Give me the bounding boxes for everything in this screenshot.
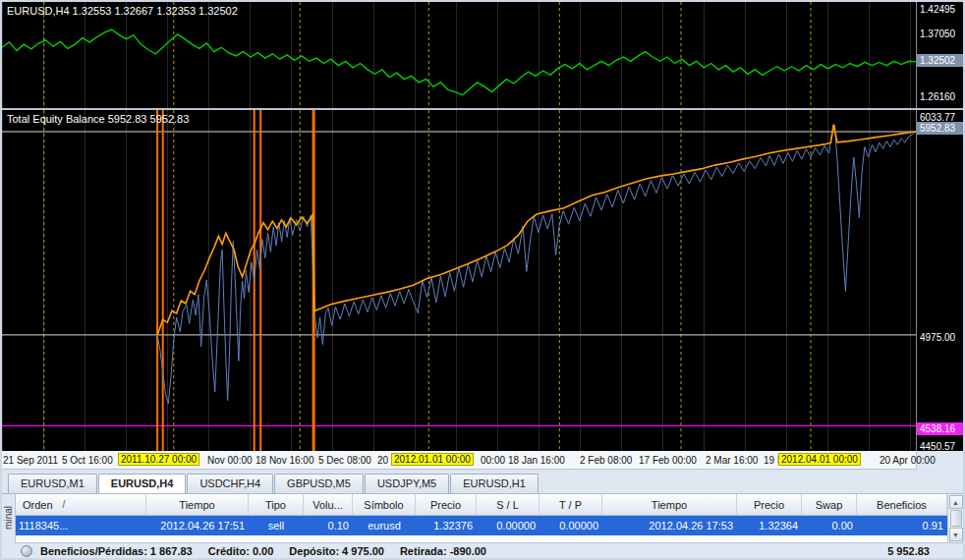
series-eurusd-close: [2, 29, 916, 95]
chart-tab-eurusd-m1[interactable]: EURUSD,M1: [8, 474, 97, 493]
column-header-7[interactable]: T / P: [539, 494, 602, 515]
time-axis-label: 2 Mar 16:00: [706, 455, 758, 466]
time-axis-label: 18 Nov 16:00: [255, 455, 314, 466]
status-segment: Beneficios/Pérdidas: 1 867.83: [40, 545, 193, 557]
order-cell-3: 0.10: [304, 516, 353, 535]
column-header-2[interactable]: Tipo: [249, 494, 304, 515]
status-segment: Depósito: 4 975.00: [289, 545, 384, 557]
chart-tab-eurusd-h1[interactable]: EURUSD,H1: [450, 474, 539, 493]
series-balance: [157, 125, 916, 335]
time-axis-label: 18 Jan 16:00: [508, 455, 565, 466]
time-axis-label: 21 Sep 2011: [3, 455, 58, 466]
mt4-window: EURUSD,H4 1.32553 1.32667 1.32353 1.3250…: [0, 0, 965, 560]
scroll-thumb[interactable]: [950, 510, 962, 527]
time-axis-label: 2011.10.27 00:00: [118, 453, 199, 466]
time-axis-label: 2 Feb 08:00: [580, 455, 632, 466]
column-header-3[interactable]: Volu...: [304, 494, 353, 515]
terminal-vertical-tab[interactable]: minal: [2, 494, 16, 558]
chart-tab-bar: EURUSD,M1EURUSD,H4USDCHF,H4GBPUSD,M5USDJ…: [2, 470, 963, 494]
time-axis-label: Nov 00:00: [207, 455, 253, 466]
price-scale-label: 1.26160: [917, 90, 963, 103]
status-segment: Crédito: 0.00: [208, 545, 274, 557]
orders-table-header: Orden/TiempoTipoVolu...SímboloPrecioS / …: [15, 494, 947, 516]
order-cell-6: 0.00000: [477, 516, 539, 535]
time-axis-label: 2012.04.01 00:00: [778, 453, 861, 466]
account-total: 5 952.83: [887, 545, 930, 557]
order-cell-9: 1.32364: [737, 516, 802, 535]
price-scale[interactable]: 1.424951.370501.325021.261606033.775952.…: [916, 2, 963, 451]
price-chart-title: EURUSD,H4 1.32553 1.32667 1.32353 1.3250…: [7, 5, 238, 17]
time-axis-label: 17 Feb 00:00: [639, 455, 697, 466]
time-axis-label: 5 Dec 08:00: [318, 455, 371, 466]
order-cell-5: 1.32376: [416, 516, 477, 535]
terminal-panel: minal Orden/TiempoTipoVolu...SímboloPrec…: [2, 494, 963, 558]
table-scrollbar[interactable]: ▲ ▼: [947, 494, 963, 542]
price-scale-label: 4975.00: [917, 331, 963, 344]
price-scale-label: 1.32502: [917, 54, 963, 67]
order-cell-1: 2012.04.26 17:51: [146, 516, 249, 535]
order-cell-2: sell: [249, 516, 304, 535]
scroll-down-icon[interactable]: ▼: [949, 528, 963, 541]
time-axis-label: 20 Apr 00:00: [880, 455, 936, 466]
order-cell-4: eurusd: [353, 516, 416, 535]
column-header-6[interactable]: S / L: [477, 494, 539, 515]
connection-status-icon: [21, 545, 32, 557]
column-header-9[interactable]: Precio: [737, 494, 802, 515]
status-segment: Retirada: -890.00: [400, 545, 486, 557]
pane-splitter[interactable]: [2, 108, 963, 110]
equity-chart-canvas[interactable]: [2, 110, 916, 451]
order-cell-11: 0.91: [857, 516, 947, 535]
column-header-4[interactable]: Símbolo: [353, 494, 416, 515]
chart-tab-eurusd-h4[interactable]: EURUSD,H4: [98, 474, 187, 493]
chart-tab-gbpusd-m5[interactable]: GBPUSD,M5: [274, 474, 364, 493]
time-axis[interactable]: 21 Sep 20115 Oct 16:002011.10.27 00:00No…: [2, 451, 963, 470]
price-scale-label: 4538.16: [917, 422, 963, 435]
order-cell-8: 2012.04.26 17:53: [602, 516, 737, 535]
column-header-8[interactable]: Tiempo: [602, 494, 737, 515]
chart-tab-usdjpy-m5[interactable]: USDJPY,M5: [365, 474, 449, 493]
series-equity: [157, 125, 916, 404]
price-chart-canvas[interactable]: [2, 2, 916, 108]
status-summary: Beneficios/Pérdidas: 1 867.83Crédito: 0.…: [40, 545, 502, 557]
order-row[interactable]: 1118345...2012.04.26 17:51sell0.10eurusd…: [15, 516, 947, 535]
status-bar: Beneficios/Pérdidas: 1 867.83Crédito: 0.…: [15, 542, 963, 558]
equity-chart-title: Total Equity Balance 5952.83 5952.83: [7, 113, 189, 125]
time-axis-label: 2012.01.01 00:00: [391, 453, 474, 466]
time-axis-label: 20: [377, 455, 388, 466]
time-axis-label: 5 Oct 16:00: [62, 455, 113, 466]
price-scale-label: 4450.57: [917, 440, 963, 453]
column-header-1[interactable]: Tiempo: [146, 494, 249, 515]
order-cell-0: 1118345...: [15, 516, 146, 535]
price-scale-label: 5952.83: [917, 122, 963, 135]
price-scale-label: 1.42495: [917, 3, 963, 16]
terminal-tab-label: minal: [3, 506, 14, 530]
order-cell-7: 0.00000: [539, 516, 602, 535]
chart-region: EURUSD,H4 1.32553 1.32667 1.32353 1.3250…: [2, 2, 963, 451]
time-axis-label: 00:00: [481, 455, 505, 466]
column-header-11[interactable]: Beneficios: [857, 494, 947, 515]
price-scale-label: 1.37050: [917, 28, 963, 40]
column-header-0[interactable]: Orden/: [15, 494, 146, 515]
chart-tab-usdchf-h4[interactable]: USDCHF,H4: [187, 474, 273, 493]
column-header-10[interactable]: Swap: [802, 494, 857, 515]
column-header-5[interactable]: Precio: [416, 494, 477, 515]
order-cell-10: 0.00: [802, 516, 857, 535]
scroll-up-icon[interactable]: ▲: [949, 495, 963, 509]
